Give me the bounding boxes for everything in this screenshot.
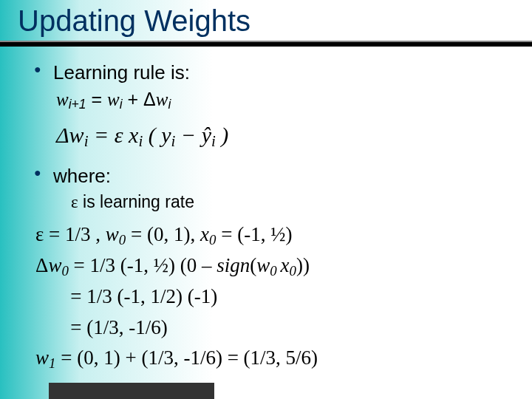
eq-w3: w [156,89,168,109]
ex2wsub: 0 [61,262,68,278]
example-line-2: Δw0 = 1/3 (-1, ½) (0 – sign(w0 x0)) [35,250,505,282]
ex2b: = 1/3 (-1, ½) (0 – [69,254,216,276]
ex1c: = (-1, ½) [216,223,292,245]
eq-plus: + Δ [123,89,156,109]
ex2a: Δ [35,254,48,276]
ex1w: w [106,223,119,245]
example-line-1: ε = 1/3 , w0 = (0, 1), x0 = (-1, ½) [35,219,505,250]
ex4: = (1/3, -1/6) [35,316,168,338]
worked-example: ε = 1/3 , w0 = (0, 1), x0 = (-1, ½) Δw0 … [35,219,505,375]
ex5a: = (0, 1) + (1/3, -1/6) = (1/3, 5/6) [55,347,318,369]
ex2x2: x [281,254,290,276]
ex2d: )) [296,254,310,276]
epsilon-note: ε is learning rate [71,192,505,212]
bullet-learning-rule: Learning rule is: [53,61,505,84]
delta-eq: = ε [88,123,129,147]
eq-eq: = [86,89,108,109]
ex2c: ( [250,254,256,276]
ex2x2sub: 0 [289,262,296,278]
delta-x: x [129,123,138,147]
ex2sign: sign [216,254,250,276]
footer-bar [49,383,214,399]
epsilon-symbol: ε [71,193,78,211]
divider [0,41,532,47]
content: Learning rule is: wi+1 = wi + Δwi Δwi = … [0,47,532,374]
delta-w: w [69,123,84,147]
eq-w2: w [107,89,120,109]
ex1x: x [200,223,209,245]
delta-open: ( [143,123,161,147]
slide: Updating Weights Learning rule is: wi+1 … [0,0,532,399]
ex1a: ε = 1/3 , [35,223,106,245]
ex5w: w [35,347,49,369]
bullet-text-2: where: [53,165,111,187]
delta-y: y [161,123,171,147]
delta-formula: Δwi = ε xi ( yi − ŷi ) [56,123,505,151]
example-line-3: = 1/3 (-1, 1/2) (-1) [35,282,505,313]
delta-minus: − [175,123,201,147]
ex1b: = (0, 1), [126,223,200,245]
example-line-5: w1 = (0, 1) + (1/3, -1/6) = (1/3, 5/6) [35,343,505,374]
bullet-where: where: [53,165,505,188]
title-bar: Updating Weights [0,0,532,41]
ex2w2: w [256,254,270,276]
eq-sub3: i [168,97,171,112]
eq-sub1: i+1 [69,97,86,112]
ex2w2sub: 0 [270,262,280,278]
slide-title: Updating Weights [18,4,532,38]
example-line-4: = (1/3, -1/6) [35,313,505,344]
epsilon-text: is learning rate [78,192,194,211]
bullet-text-1: Learning rule is: [53,61,190,83]
delta-sym: Δ [56,123,69,147]
ex1wsub: 0 [119,231,126,247]
ex3: = 1/3 (-1, 1/2) (-1) [35,285,217,307]
update-equation: wi+1 = wi + Δwi [56,89,505,112]
delta-yhat: ŷ [202,123,211,147]
ex2w: w [48,254,61,276]
delta-close: ) [216,123,229,147]
eq-w1: w [56,89,69,109]
